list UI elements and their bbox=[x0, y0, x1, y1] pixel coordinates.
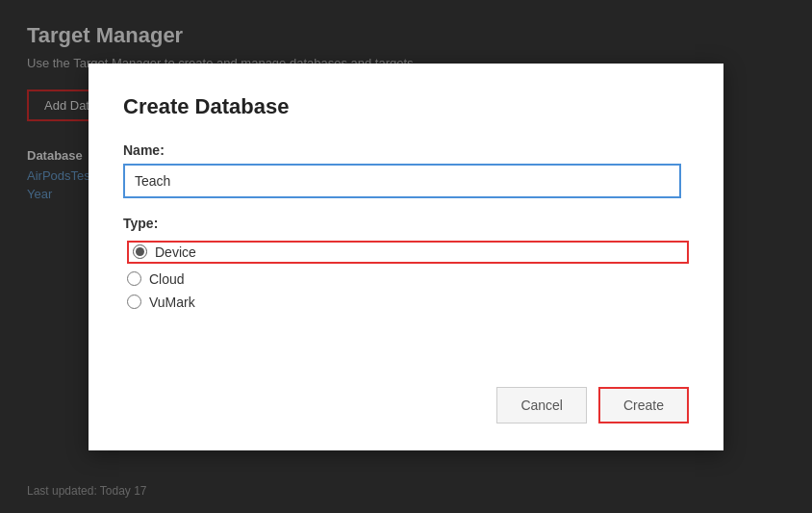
type-label: Type: bbox=[123, 216, 689, 231]
radio-option-vumark[interactable]: VuMark bbox=[127, 295, 689, 310]
radio-vumark-input[interactable] bbox=[127, 295, 141, 309]
radio-option-device[interactable]: Device bbox=[127, 241, 689, 264]
database-name-input[interactable] bbox=[123, 164, 681, 198]
modal-footer: Cancel Create bbox=[123, 387, 689, 423]
type-section: Type: Device Cloud VuMark bbox=[123, 216, 689, 310]
modal-overlay: Create Database Name: Type: Device Cloud… bbox=[0, 0, 812, 513]
create-database-modal: Create Database Name: Type: Device Cloud… bbox=[89, 64, 723, 450]
type-radio-group: Device Cloud VuMark bbox=[123, 241, 689, 310]
radio-device-label: Device bbox=[155, 244, 196, 260]
name-label: Name: bbox=[123, 142, 689, 158]
radio-option-cloud[interactable]: Cloud bbox=[127, 271, 689, 287]
radio-cloud-input[interactable] bbox=[127, 271, 141, 286]
radio-cloud-label: Cloud bbox=[149, 271, 185, 287]
cancel-button[interactable]: Cancel bbox=[496, 387, 587, 423]
radio-device-input[interactable] bbox=[133, 244, 147, 259]
create-button[interactable]: Create bbox=[598, 387, 689, 423]
modal-title: Create Database bbox=[123, 94, 689, 119]
radio-vumark-label: VuMark bbox=[149, 295, 195, 310]
